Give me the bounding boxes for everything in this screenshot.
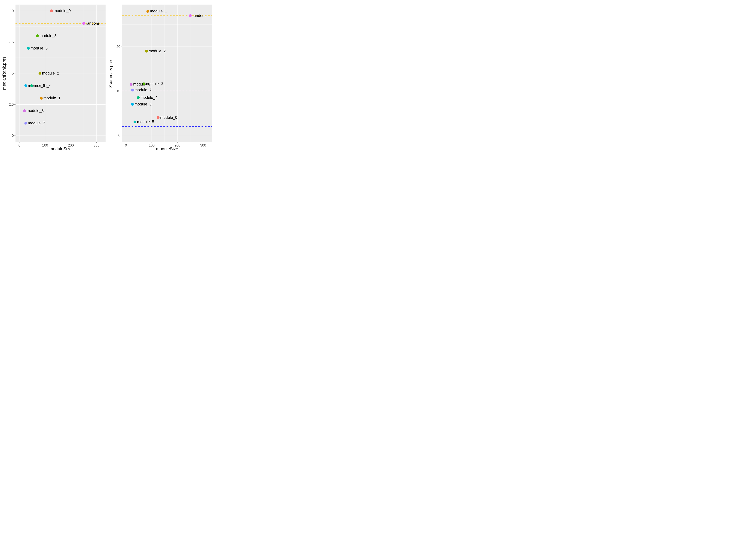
- data-point-label: module_1: [43, 96, 61, 100]
- y-tick-label: 20: [116, 45, 120, 49]
- data-point-label: module_5: [137, 119, 154, 124]
- data-point: [146, 10, 149, 13]
- data-point-label: module_2: [149, 49, 166, 53]
- panel-medianrank: 010020030002.557.510module_0randommodule…: [1, 1, 108, 153]
- data-point: [36, 34, 39, 37]
- data-point: [24, 84, 27, 87]
- x-axis-title: moduleSize: [156, 147, 178, 151]
- x-axis-title: moduleSize: [50, 147, 71, 151]
- data-point-label: module_3: [146, 81, 163, 86]
- data-point-label: module_2: [42, 71, 59, 75]
- data-point: [82, 22, 85, 25]
- x-tick-label: 0: [125, 143, 127, 147]
- data-point: [130, 83, 132, 86]
- x-tick-label: 300: [200, 143, 206, 147]
- y-tick-label: 5: [12, 71, 14, 75]
- data-point-label: module_5: [31, 46, 48, 51]
- x-tick-label: 300: [94, 143, 99, 147]
- data-point: [145, 50, 148, 53]
- data-point: [131, 89, 134, 92]
- data-point: [23, 109, 26, 112]
- data-point: [39, 72, 42, 75]
- x-tick-label: 0: [18, 143, 20, 147]
- data-point: [137, 96, 140, 99]
- panel-zsummary: 010020030001020module_1randommodule_2mod…: [108, 1, 214, 153]
- data-point-label: module_8: [27, 108, 44, 113]
- y-tick-label: 7.5: [9, 40, 14, 44]
- data-point-label: module_7: [134, 88, 152, 92]
- data-point: [131, 103, 134, 106]
- y-axis-title: Zsummary.pres: [108, 59, 113, 88]
- data-point-label: module_4: [34, 83, 51, 88]
- x-tick-label: 100: [42, 143, 48, 147]
- data-point: [143, 82, 145, 85]
- data-point-label: module_7: [28, 121, 45, 125]
- data-point-label: module_0: [54, 8, 71, 13]
- data-point-label: module_3: [40, 34, 57, 38]
- y-tick-label: 10: [116, 89, 120, 93]
- data-point: [189, 14, 192, 17]
- data-point-label: module_6: [134, 102, 152, 106]
- data-point: [27, 47, 30, 50]
- data-point-label: module_1: [150, 9, 167, 13]
- chart-grid: 010020030002.557.510module_0randommodule…: [0, 0, 216, 154]
- y-tick-label: 0: [118, 133, 120, 137]
- data-point: [30, 84, 33, 87]
- data-point: [50, 9, 53, 12]
- y-tick-label: 2.5: [9, 102, 14, 106]
- data-point-label: module_0: [160, 115, 177, 120]
- data-point: [40, 97, 43, 100]
- y-tick-label: 10: [10, 9, 14, 13]
- data-point-label: random: [86, 21, 99, 26]
- y-axis-title: medianRank.pres: [2, 57, 6, 90]
- y-tick-label: 0: [12, 134, 14, 138]
- data-point-label: module_4: [140, 95, 158, 100]
- x-tick-label: 100: [149, 143, 155, 147]
- data-point: [24, 122, 27, 125]
- data-point-label: random: [192, 13, 205, 18]
- data-point: [157, 116, 160, 119]
- data-point: [134, 121, 136, 123]
